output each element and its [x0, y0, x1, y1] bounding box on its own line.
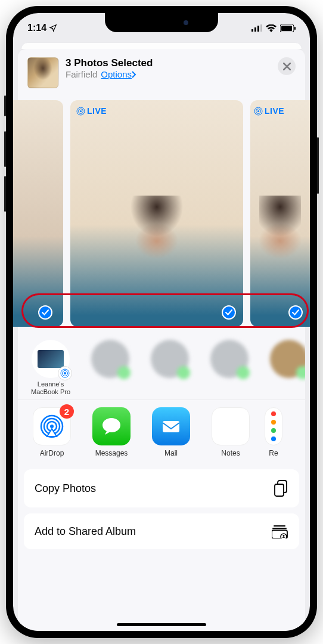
airdrop-target-contact[interactable] [265, 340, 305, 396]
live-badge: LIVE [76, 106, 107, 116]
airdrop-row[interactable]: Leanne'sMacBook Pro [18, 330, 305, 400]
home-indicator[interactable] [117, 623, 206, 626]
airdrop-target-macbook[interactable]: Leanne'sMacBook Pro [26, 340, 75, 396]
photo-content [259, 196, 301, 309]
shared-album-icon [272, 524, 288, 538]
reminders-dot-icon [271, 428, 276, 433]
iphone-frame: 1:14 3 Photos Selected Fairfield Options [6, 6, 317, 638]
svg-point-28 [283, 535, 285, 537]
share-sheet: 3 Photos Selected Fairfield Options [18, 49, 305, 631]
chevron-right-icon [132, 71, 136, 78]
svg-rect-21 [163, 421, 179, 432]
svg-rect-24 [274, 525, 285, 527]
selection-checkmark[interactable] [38, 305, 52, 320]
silence-switch [4, 95, 6, 116]
share-app-messages[interactable]: Messages [86, 407, 137, 457]
airdrop-target-contact[interactable] [145, 340, 194, 396]
svg-rect-2 [257, 26, 259, 32]
header-thumbnail [27, 57, 58, 88]
copy-icon [274, 480, 288, 497]
power-button [317, 137, 319, 194]
volume-up-button [4, 131, 6, 167]
close-button[interactable] [278, 57, 296, 75]
svg-point-15 [64, 372, 66, 374]
airdrop-icon [60, 369, 70, 378]
reminders-dot-icon [271, 436, 276, 441]
location-label: Fairfield [66, 69, 97, 79]
battery-icon [280, 24, 296, 32]
photo-thumbnail-current[interactable]: LIVE [70, 100, 243, 327]
status-time: 1:14 [27, 23, 46, 33]
phone-screen: 1:14 3 Photos Selected Fairfield Options [13, 13, 310, 631]
check-icon [225, 309, 232, 315]
airdrop-icon [39, 414, 64, 439]
svg-point-9 [80, 110, 82, 112]
photo-content [97, 196, 218, 309]
reminders-dot-icon [271, 411, 276, 416]
svg-rect-0 [251, 29, 253, 32]
macbook-icon [38, 350, 64, 368]
share-sheet-header: 3 Photos Selected Fairfield Options [18, 49, 305, 97]
close-icon [283, 63, 291, 70]
svg-point-12 [257, 110, 259, 112]
share-apps-row[interactable]: 2 AirDrop Messages Mail [18, 400, 305, 469]
svg-rect-1 [254, 27, 256, 32]
notification-badge: 2 [60, 404, 74, 419]
options-link[interactable]: Options [101, 69, 136, 79]
background-sheet [21, 43, 302, 49]
share-app-mail[interactable]: Mail [145, 407, 197, 457]
actions-list: Copy Photos [24, 469, 299, 507]
photo-thumbnail-next[interactable]: LIVE [250, 100, 310, 327]
svg-rect-5 [281, 26, 292, 31]
action-add-shared-album[interactable]: Add to Shared Album [24, 513, 299, 549]
reminders-dot-icon [271, 420, 276, 425]
share-app-reminders[interactable]: Re [265, 407, 282, 457]
check-icon [292, 309, 299, 315]
airdrop-target-contact[interactable] [86, 340, 135, 396]
live-badge: LIVE [254, 106, 284, 116]
location-arrow-icon [49, 24, 57, 32]
photo-strip[interactable]: LIVE LIVE [13, 97, 310, 330]
live-icon [76, 107, 85, 116]
selection-title: 3 Photos Selected [66, 57, 271, 69]
check-icon [42, 309, 49, 315]
messages-icon [100, 414, 123, 438]
photo-thumbnail-prev[interactable] [13, 100, 63, 327]
share-app-notes[interactable]: Notes [205, 407, 256, 457]
svg-rect-23 [275, 484, 284, 496]
svg-rect-6 [294, 27, 296, 30]
live-icon [254, 107, 263, 116]
selection-checkmark[interactable] [288, 305, 303, 320]
actions-list-2: Add to Shared Album [24, 513, 299, 549]
action-copy-photos[interactable]: Copy Photos [24, 469, 299, 507]
volume-down-button [4, 176, 6, 212]
selection-checkmark[interactable] [222, 305, 236, 320]
svg-point-20 [103, 418, 120, 432]
share-app-airdrop[interactable]: 2 AirDrop [26, 407, 77, 457]
svg-rect-3 [260, 24, 262, 32]
svg-rect-25 [272, 528, 287, 529]
signal-icon [251, 24, 262, 32]
notch [105, 13, 218, 32]
wifi-icon [266, 24, 277, 32]
airdrop-target-contact[interactable] [205, 340, 254, 396]
mail-icon [159, 414, 183, 438]
